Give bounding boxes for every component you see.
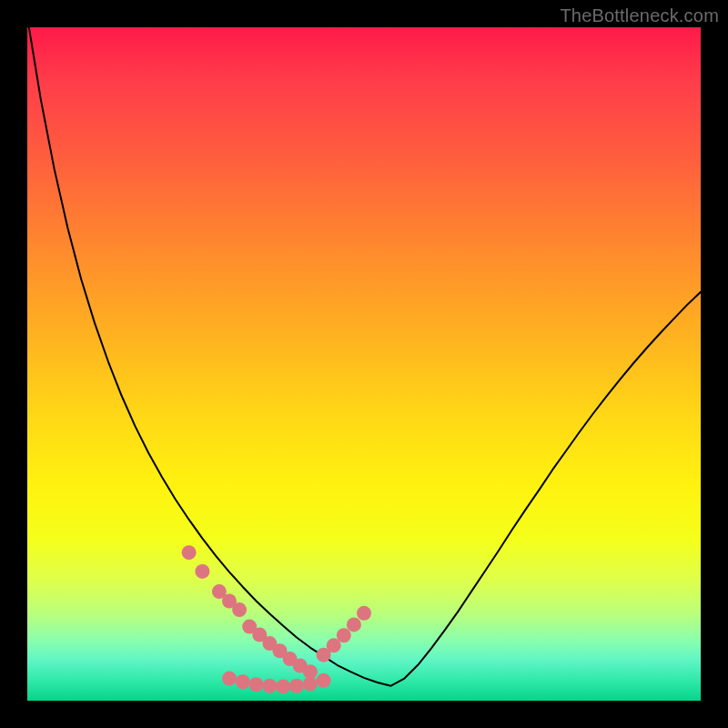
highlight-dot	[236, 674, 250, 689]
chart-svg	[27, 27, 701, 701]
highlight-dot	[222, 672, 237, 686]
highlight-dot	[317, 673, 331, 688]
highlight-dot	[289, 679, 304, 693]
highlight-dot	[357, 606, 371, 621]
bottleneck-curve	[27, 27, 701, 686]
highlight-dot	[276, 679, 290, 693]
highlight-dot	[232, 602, 247, 617]
highlight-dot	[262, 679, 277, 693]
highlight-dot	[347, 617, 361, 632]
highlight-dot	[303, 677, 318, 692]
highlight-dot	[337, 628, 351, 642]
chart-frame: TheBottleneck.com	[0, 0, 728, 728]
highlight-dot	[249, 677, 264, 692]
highlight-dot	[195, 564, 209, 579]
highlight-dot	[182, 545, 197, 560]
watermark-text: TheBottleneck.com	[560, 5, 719, 26]
highlight-left	[182, 545, 318, 679]
plot-area	[27, 27, 701, 701]
highlight-right	[317, 606, 371, 662]
